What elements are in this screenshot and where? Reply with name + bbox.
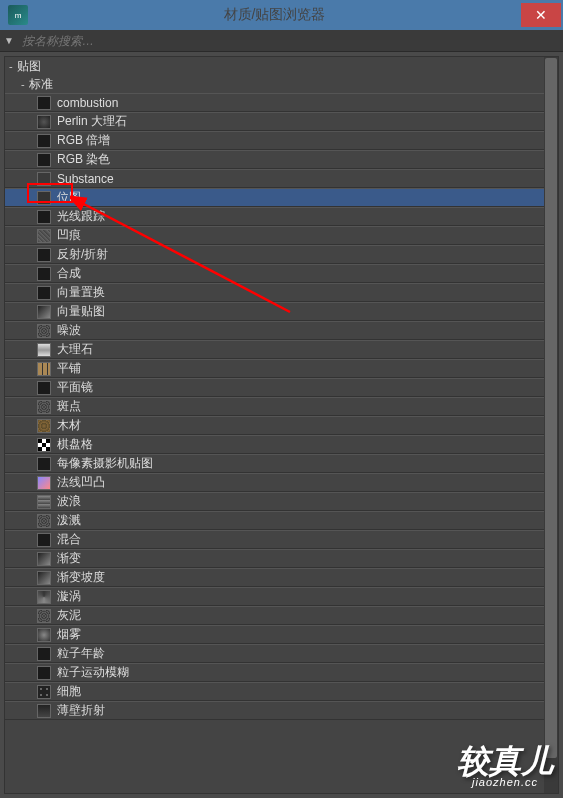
list-item[interactable]: 凹痕 bbox=[5, 226, 558, 245]
browser-panel: - 贴图 - 标准 combustionPerlin 大理石RGB 倍增RGB … bbox=[4, 56, 559, 794]
thumbnail-icon bbox=[37, 552, 51, 566]
list-item[interactable]: 大理石 bbox=[5, 340, 558, 359]
thumbnail-icon bbox=[37, 134, 51, 148]
thumbnail-icon bbox=[37, 305, 51, 319]
item-label: RGB 染色 bbox=[57, 151, 110, 168]
group-sub[interactable]: - 标准 bbox=[5, 75, 558, 93]
list-item[interactable]: 薄壁折射 bbox=[5, 701, 558, 720]
thumbnail-icon bbox=[37, 419, 51, 433]
close-button[interactable]: ✕ bbox=[521, 3, 561, 27]
list-item[interactable]: 波浪 bbox=[5, 492, 558, 511]
thumbnail-icon bbox=[37, 476, 51, 490]
list-item[interactable]: 平面镜 bbox=[5, 378, 558, 397]
item-label: 斑点 bbox=[57, 398, 81, 415]
list-item[interactable]: 细胞 bbox=[5, 682, 558, 701]
thumbnail-icon bbox=[37, 248, 51, 262]
item-label: 渐变坡度 bbox=[57, 569, 105, 586]
thumbnail-icon bbox=[37, 229, 51, 243]
item-label: 漩涡 bbox=[57, 588, 81, 605]
item-list: combustionPerlin 大理石RGB 倍增RGB 染色Substanc… bbox=[5, 93, 558, 720]
list-item[interactable]: 泼溅 bbox=[5, 511, 558, 530]
list-item[interactable]: 光线跟踪 bbox=[5, 207, 558, 226]
thumbnail-icon bbox=[37, 685, 51, 699]
list-item[interactable]: 粒子运动模糊 bbox=[5, 663, 558, 682]
list-item[interactable]: 向量贴图 bbox=[5, 302, 558, 321]
thumbnail-icon bbox=[37, 571, 51, 585]
item-label: 棋盘格 bbox=[57, 436, 93, 453]
group-root[interactable]: - 贴图 bbox=[5, 57, 558, 75]
list-item[interactable]: 每像素摄影机贴图 bbox=[5, 454, 558, 473]
thumbnail-icon bbox=[37, 457, 51, 471]
group-root-label: 贴图 bbox=[17, 58, 41, 75]
item-label: Perlin 大理石 bbox=[57, 113, 127, 130]
item-label: 泼溅 bbox=[57, 512, 81, 529]
item-label: 波浪 bbox=[57, 493, 81, 510]
list-item[interactable]: 法线凹凸 bbox=[5, 473, 558, 492]
item-label: combustion bbox=[57, 96, 118, 110]
search-input[interactable] bbox=[18, 32, 559, 50]
item-label: 向量置换 bbox=[57, 284, 105, 301]
thumbnail-icon bbox=[37, 647, 51, 661]
list-item[interactable]: 噪波 bbox=[5, 321, 558, 340]
thumbnail-icon bbox=[37, 362, 51, 376]
options-dropdown-icon[interactable]: ▼ bbox=[4, 35, 14, 46]
list-item[interactable]: 向量置换 bbox=[5, 283, 558, 302]
thumbnail-icon bbox=[37, 438, 51, 452]
list-item[interactable]: RGB 染色 bbox=[5, 150, 558, 169]
item-label: 每像素摄影机贴图 bbox=[57, 455, 153, 472]
titlebar: m 材质/贴图浏览器 ✕ bbox=[0, 0, 563, 30]
item-label: 粒子运动模糊 bbox=[57, 664, 129, 681]
list-item[interactable]: 渐变坡度 bbox=[5, 568, 558, 587]
list-item[interactable]: 混合 bbox=[5, 530, 558, 549]
list-item[interactable]: 位图 bbox=[5, 188, 558, 207]
item-label: 反射/折射 bbox=[57, 246, 108, 263]
list-item[interactable]: Substance bbox=[5, 169, 558, 188]
thumbnail-icon bbox=[37, 704, 51, 718]
thumbnail-icon bbox=[37, 286, 51, 300]
content-area: - 贴图 - 标准 combustionPerlin 大理石RGB 倍增RGB … bbox=[0, 52, 563, 798]
list-item[interactable]: 粒子年龄 bbox=[5, 644, 558, 663]
thumbnail-icon bbox=[37, 324, 51, 338]
list-item[interactable]: 合成 bbox=[5, 264, 558, 283]
item-label: 细胞 bbox=[57, 683, 81, 700]
thumbnail-icon bbox=[37, 172, 51, 186]
item-label: 烟雾 bbox=[57, 626, 81, 643]
thumbnail-icon bbox=[37, 590, 51, 604]
thumbnail-icon bbox=[37, 191, 51, 205]
thumbnail-icon bbox=[37, 381, 51, 395]
thumbnail-icon bbox=[37, 210, 51, 224]
thumbnail-icon bbox=[37, 609, 51, 623]
thumbnail-icon bbox=[37, 628, 51, 642]
item-label: 合成 bbox=[57, 265, 81, 282]
list-item[interactable]: 棋盘格 bbox=[5, 435, 558, 454]
item-label: Substance bbox=[57, 172, 114, 186]
thumbnail-icon bbox=[37, 400, 51, 414]
group-sub-label: 标准 bbox=[29, 76, 53, 93]
list-item[interactable]: 灰泥 bbox=[5, 606, 558, 625]
list-item[interactable]: 烟雾 bbox=[5, 625, 558, 644]
list-item[interactable]: Perlin 大理石 bbox=[5, 112, 558, 131]
item-label: 渐变 bbox=[57, 550, 81, 567]
item-label: 平铺 bbox=[57, 360, 81, 377]
item-label: 凹痕 bbox=[57, 227, 81, 244]
item-label: 大理石 bbox=[57, 341, 93, 358]
thumbnail-icon bbox=[37, 495, 51, 509]
scrollbar[interactable] bbox=[544, 57, 558, 793]
list-item[interactable]: combustion bbox=[5, 93, 558, 112]
thumbnail-icon bbox=[37, 153, 51, 167]
list-item[interactable]: RGB 倍增 bbox=[5, 131, 558, 150]
item-label: 光线跟踪 bbox=[57, 208, 105, 225]
list-item[interactable]: 反射/折射 bbox=[5, 245, 558, 264]
list-item[interactable]: 渐变 bbox=[5, 549, 558, 568]
thumbnail-icon bbox=[37, 533, 51, 547]
list-item[interactable]: 斑点 bbox=[5, 397, 558, 416]
item-label: 噪波 bbox=[57, 322, 81, 339]
collapse-icon: - bbox=[21, 78, 25, 90]
scrollbar-thumb[interactable] bbox=[545, 58, 557, 758]
list-item[interactable]: 漩涡 bbox=[5, 587, 558, 606]
list-item[interactable]: 木材 bbox=[5, 416, 558, 435]
list-item[interactable]: 平铺 bbox=[5, 359, 558, 378]
item-label: 薄壁折射 bbox=[57, 702, 105, 719]
search-box bbox=[18, 31, 559, 50]
item-label: RGB 倍增 bbox=[57, 132, 110, 149]
